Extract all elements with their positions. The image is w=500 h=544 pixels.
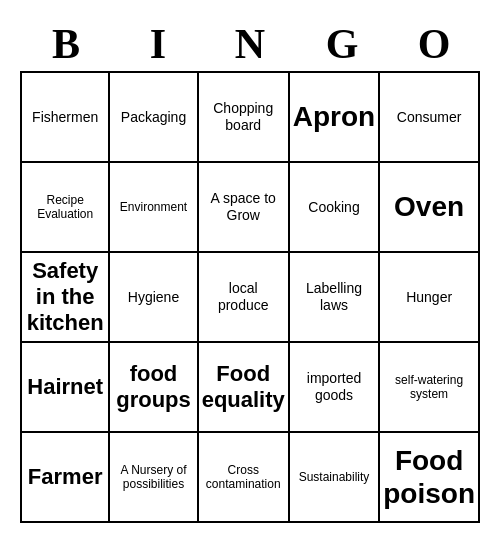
bingo-cell-22[interactable]: Cross contamination xyxy=(199,433,290,523)
cell-text-9: Oven xyxy=(394,190,464,224)
bingo-cell-23[interactable]: Sustainability xyxy=(290,433,380,523)
bingo-cell-5[interactable]: Recipe Evaluation xyxy=(22,163,110,253)
cell-text-20: Farmer xyxy=(28,464,103,490)
cell-text-17: Food equality xyxy=(202,361,285,414)
cell-text-12: local produce xyxy=(202,280,285,314)
cell-text-1: Packaging xyxy=(121,109,186,126)
bingo-header: BINGO xyxy=(20,21,480,67)
bingo-grid: FishermenPackagingChopping boardApronCon… xyxy=(20,71,480,523)
bingo-cell-15[interactable]: Hairnet xyxy=(22,343,110,433)
bingo-letter-g: G xyxy=(296,21,388,67)
bingo-cell-24[interactable]: Food poison xyxy=(380,433,480,523)
cell-text-4: Consumer xyxy=(397,109,462,126)
cell-text-7: A space to Grow xyxy=(202,190,285,224)
cell-text-24: Food poison xyxy=(383,444,475,511)
cell-text-22: Cross contamination xyxy=(202,463,285,492)
bingo-cell-17[interactable]: Food equality xyxy=(199,343,290,433)
bingo-cell-4[interactable]: Consumer xyxy=(380,73,480,163)
bingo-letter-b: B xyxy=(20,21,112,67)
cell-text-2: Chopping board xyxy=(202,100,285,134)
cell-text-19: self-watering system xyxy=(383,373,475,402)
cell-text-8: Cooking xyxy=(308,199,359,216)
cell-text-10: Safety in the kitchen xyxy=(25,258,105,337)
cell-text-15: Hairnet xyxy=(27,374,103,400)
cell-text-5: Recipe Evaluation xyxy=(25,193,105,222)
cell-text-3: Apron xyxy=(293,100,375,134)
bingo-cell-9[interactable]: Oven xyxy=(380,163,480,253)
bingo-cell-13[interactable]: Labelling laws xyxy=(290,253,380,343)
cell-text-6: Environment xyxy=(120,200,187,214)
cell-text-14: Hunger xyxy=(406,289,452,306)
bingo-cell-20[interactable]: Farmer xyxy=(22,433,110,523)
bingo-cell-1[interactable]: Packaging xyxy=(110,73,198,163)
cell-text-16: food groups xyxy=(113,361,193,414)
cell-text-21: A Nursery of possibilities xyxy=(113,463,193,492)
bingo-cell-7[interactable]: A space to Grow xyxy=(199,163,290,253)
cell-text-18: imported goods xyxy=(293,370,375,404)
bingo-card: BINGO FishermenPackagingChopping boardAp… xyxy=(10,11,490,533)
cell-text-13: Labelling laws xyxy=(293,280,375,314)
bingo-cell-6[interactable]: Environment xyxy=(110,163,198,253)
bingo-cell-0[interactable]: Fishermen xyxy=(22,73,110,163)
cell-text-23: Sustainability xyxy=(299,470,370,484)
bingo-cell-11[interactable]: Hygiene xyxy=(110,253,198,343)
bingo-cell-8[interactable]: Cooking xyxy=(290,163,380,253)
cell-text-0: Fishermen xyxy=(32,109,98,126)
bingo-cell-14[interactable]: Hunger xyxy=(380,253,480,343)
bingo-cell-19[interactable]: self-watering system xyxy=(380,343,480,433)
bingo-cell-16[interactable]: food groups xyxy=(110,343,198,433)
bingo-cell-21[interactable]: A Nursery of possibilities xyxy=(110,433,198,523)
bingo-letter-o: O xyxy=(388,21,480,67)
bingo-letter-i: I xyxy=(112,21,204,67)
bingo-cell-18[interactable]: imported goods xyxy=(290,343,380,433)
cell-text-11: Hygiene xyxy=(128,289,179,306)
bingo-cell-3[interactable]: Apron xyxy=(290,73,380,163)
bingo-cell-12[interactable]: local produce xyxy=(199,253,290,343)
bingo-cell-10[interactable]: Safety in the kitchen xyxy=(22,253,110,343)
bingo-cell-2[interactable]: Chopping board xyxy=(199,73,290,163)
bingo-letter-n: N xyxy=(204,21,296,67)
